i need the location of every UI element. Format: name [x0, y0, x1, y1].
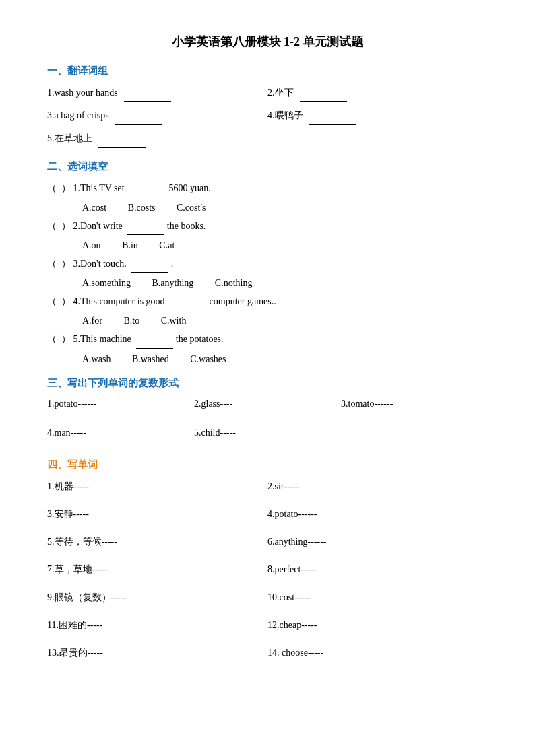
s4-row-7: 13.昂贵的----- 14. choose-----: [47, 644, 488, 666]
s2-q5-rest: the potatoes.: [176, 334, 224, 344]
s4-row-1: 1.机器----- 2.sir-----: [47, 478, 488, 500]
section-3-title: 三、写出下列单词的复数形式: [47, 377, 488, 390]
s2-q1: （ ） 1.This TV set 5600 yuan. A.cost B.co…: [47, 180, 488, 213]
s4-item-14: 14. choose-----: [268, 644, 488, 661]
s1-item-2-blank: [300, 84, 347, 102]
s4-item-3: 3.安静-----: [47, 506, 268, 522]
s2-q4-options: A.for B.to C.with: [82, 316, 488, 327]
section-1: 一、翻译词组 1.wash your hands 2.坐下 3.a bag of…: [47, 65, 488, 148]
s3-item-5: 5.child-----: [194, 424, 341, 441]
s2-q1-stem: （ ） 1.This TV set 5600 yuan.: [47, 180, 488, 197]
s4-row-4: 7.草，草地----- 8.perfect-----: [47, 561, 488, 583]
s4-item-13: 13.昂贵的-----: [47, 644, 268, 661]
s4-row-5: 9.眼镜（复数）----- 10.cost-----: [47, 589, 488, 611]
s2-q3-text: 3.Don't touch.: [73, 259, 127, 269]
s2-q3-blank: [131, 255, 168, 273]
s4-item-11: 11.困难的-----: [47, 617, 268, 633]
s2-q1-text: 1.This TV set: [73, 183, 125, 193]
s2-q1-opt-c: C.cost's: [177, 203, 206, 213]
s2-q1-opt-a: A.cost: [82, 203, 106, 213]
s2-q5-options: A.wash B.washed C.washes: [82, 354, 488, 365]
s2-q2-options: A.on B.in C.at: [82, 240, 488, 251]
s1-item-4-blank: [309, 107, 356, 125]
s1-item-4-text: 4.喂鸭子: [268, 110, 303, 121]
s4-row-6: 11.困难的----- 12.cheap-----: [47, 617, 488, 639]
s1-item-3-blank: [115, 107, 162, 125]
s2-q4: （ ） 4.This computer is good computer gam…: [47, 293, 488, 327]
s2-q5-blank: [136, 331, 173, 348]
s1-item-1: 1.wash your hands: [47, 84, 268, 102]
s2-q4-opt-c: C.with: [161, 316, 187, 327]
section-1-row-2: 3.a bag of crisps 4.喂鸭子: [47, 107, 488, 130]
s4-item-5: 5.等待，等候-----: [47, 533, 268, 550]
s2-q4-blank: [170, 293, 207, 310]
s2-q1-opt-b: B.costs: [128, 203, 156, 213]
s3-item-3: 3.tomato------: [341, 395, 488, 412]
s4-item-2: 2.sir-----: [268, 478, 488, 495]
s1-item-5: 5.在草地上: [47, 130, 488, 147]
s2-q2-text: 2.Don't write: [73, 221, 123, 231]
s2-q4-bracket: （ ）: [47, 293, 71, 310]
s3-item-2: 2.glass----: [194, 395, 341, 412]
s4-item-12: 12.cheap-----: [268, 617, 488, 633]
s2-q1-options: A.cost B.costs C.cost's: [82, 203, 488, 213]
s2-q5-stem: （ ） 5.This machine the potatoes.: [47, 331, 488, 348]
s2-q3-opt-b: B.anything: [152, 278, 193, 289]
s1-item-3: 3.a bag of crisps: [47, 107, 268, 125]
s2-q3-rest: .: [171, 259, 174, 269]
section-1-title: 一、翻译词组: [47, 65, 488, 77]
section-3: 三、写出下列单词的复数形式 1.potato------ 2.glass----…: [47, 377, 488, 446]
s2-q5-bracket: （ ）: [47, 331, 71, 347]
s2-q3-opt-c: C.nothing: [215, 278, 253, 289]
s3-item-6: [341, 424, 488, 441]
s3-item-4: 4.man-----: [47, 424, 194, 441]
s2-q4-opt-b: B.to: [123, 316, 139, 327]
s2-q2-bracket: （ ）: [47, 217, 71, 234]
section-1-row-1: 1.wash your hands 2.坐下: [47, 84, 488, 107]
s2-q4-text: 4.This computer is good: [73, 296, 165, 306]
s1-item-1-text: 1.wash your hands: [47, 88, 118, 98]
s3-item-1: 1.potato------: [47, 395, 194, 412]
s4-row-2: 3.安静----- 4.potato------: [47, 506, 488, 528]
s2-q3-options: A.something B.anything C.nothing: [82, 278, 488, 289]
s1-item-2: 2.坐下: [268, 84, 488, 102]
s2-q3-stem: （ ） 3.Don't touch. .: [47, 255, 488, 273]
s4-item-8: 8.perfect-----: [268, 561, 488, 578]
s2-q1-blank: [129, 180, 166, 197]
s2-q2-opt-a: A.on: [82, 240, 101, 251]
s2-q3-bracket: （ ）: [47, 255, 71, 272]
s4-item-9: 9.眼镜（复数）-----: [47, 589, 268, 606]
s2-q2-opt-c: C.at: [159, 240, 175, 251]
s1-item-1-blank: [124, 84, 171, 102]
section-2-title: 二、选词填空: [47, 160, 488, 173]
s3-row-1: 1.potato------ 2.glass---- 3.tomato-----…: [47, 395, 488, 417]
s2-q2: （ ） 2.Don't write the books. A.on B.in C…: [47, 217, 488, 251]
page-title: 小学英语第八册模块 1-2 单元测试题: [47, 34, 488, 50]
s4-item-10: 10.cost-----: [268, 589, 488, 606]
s2-q5-opt-a: A.wash: [82, 354, 111, 365]
s2-q4-stem: （ ） 4.This computer is good computer gam…: [47, 293, 488, 310]
section-4-title: 四、写单词: [47, 458, 488, 471]
s2-q5-opt-b: B.washed: [132, 354, 169, 365]
s2-q2-opt-b: B.in: [122, 240, 138, 251]
s1-item-5-text: 5.在草地上: [47, 133, 92, 143]
s4-row-3: 5.等待，等候----- 6.anything------: [47, 533, 488, 555]
s2-q1-rest: 5600 yuan.: [169, 183, 211, 193]
s4-item-4: 4.potato------: [268, 506, 488, 522]
s2-q2-blank: [127, 217, 164, 235]
s4-item-6: 6.anything------: [268, 533, 488, 550]
section-2: 二、选词填空 （ ） 1.This TV set 5600 yuan. A.co…: [47, 160, 488, 365]
s1-item-2-text: 2.坐下: [268, 88, 294, 98]
s4-item-7: 7.草，草地-----: [47, 561, 268, 578]
s2-q4-opt-a: A.for: [82, 316, 102, 327]
section-4: 四、写单词 1.机器----- 2.sir----- 3.安静----- 4.p…: [47, 458, 488, 666]
s3-row-2: 4.man----- 5.child-----: [47, 424, 488, 446]
s2-q5-opt-c: C.washes: [190, 354, 226, 365]
s2-q5-text: 5.This machine: [73, 334, 131, 344]
s2-q5: （ ） 5.This machine the potatoes. A.wash …: [47, 331, 488, 364]
section-3-label: 三、写出下列单词的复数形式: [47, 378, 179, 388]
s1-item-5-blank: [98, 130, 146, 147]
s4-item-1: 1.机器-----: [47, 478, 268, 495]
s2-q1-bracket: （ ）: [47, 180, 71, 197]
s2-q2-stem: （ ） 2.Don't write the books.: [47, 217, 488, 235]
